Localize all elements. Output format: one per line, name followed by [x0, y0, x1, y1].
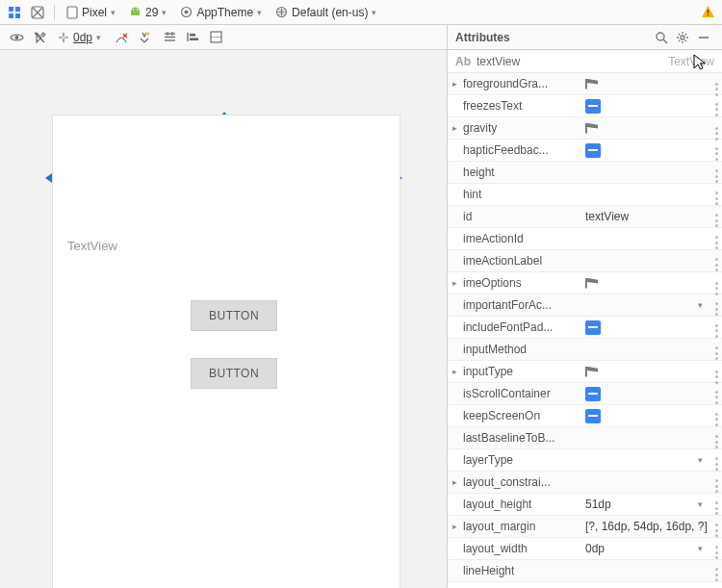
more-icon[interactable]	[715, 302, 718, 316]
theme-selector[interactable]: AppTheme ▾	[174, 2, 268, 23]
more-icon[interactable]	[715, 236, 718, 249]
flag-icon[interactable]	[585, 278, 598, 289]
expander-icon[interactable]: ▸	[448, 123, 461, 133]
attr-value[interactable]	[581, 166, 722, 179]
more-icon[interactable]	[715, 568, 718, 581]
flag-icon[interactable]	[585, 79, 598, 89]
attr-value[interactable]	[581, 564, 722, 577]
attr-row[interactable]: inputMethod	[448, 339, 722, 361]
orientation-icon[interactable]	[27, 2, 48, 23]
more-icon[interactable]	[715, 346, 718, 360]
expander-icon[interactable]: ▸	[448, 79, 461, 89]
more-icon[interactable]	[715, 258, 718, 271]
bool-toggle[interactable]	[585, 143, 601, 158]
dropdown-icon[interactable]: ▾	[698, 300, 703, 310]
attr-value[interactable]	[581, 123, 722, 134]
attr-row[interactable]: ▸layout_margin	[448, 516, 722, 538]
attr-row[interactable]: freezesText	[448, 95, 722, 117]
autoconnect-icon[interactable]	[29, 27, 50, 48]
attr-value[interactable]	[581, 367, 722, 377]
more-icon[interactable]	[715, 169, 718, 183]
locale-selector[interactable]: Default (en-us) ▾	[270, 2, 382, 23]
attr-value[interactable]	[581, 99, 722, 114]
more-icon[interactable]	[715, 524, 718, 537]
attr-row[interactable]: keepScreenOn	[448, 405, 722, 427]
bool-toggle[interactable]	[585, 320, 601, 335]
expander-icon[interactable]: ▸	[448, 477, 461, 487]
dropdown-icon[interactable]: ▾	[698, 544, 703, 553]
more-icon[interactable]	[715, 282, 718, 295]
pack-icon[interactable]	[159, 27, 180, 48]
attr-value[interactable]	[581, 475, 722, 489]
more-icon[interactable]	[715, 546, 718, 559]
design-canvas[interactable]: 54 TextView TextVi	[0, 50, 447, 588]
attr-row[interactable]: ▸inputType	[448, 361, 722, 383]
more-icon[interactable]	[715, 83, 718, 96]
more-icon[interactable]	[715, 371, 718, 384]
flag-icon[interactable]	[585, 367, 598, 377]
attr-value[interactable]	[581, 409, 722, 423]
attr-input[interactable]	[585, 188, 718, 201]
button1[interactable]: BUTTON	[191, 300, 277, 331]
default-margin-selector[interactable]: 0dp ▾	[52, 27, 107, 48]
attr-input[interactable]	[585, 564, 718, 577]
bool-toggle[interactable]	[585, 387, 601, 401]
gear-icon[interactable]	[672, 27, 693, 48]
attr-row[interactable]: hint	[448, 184, 722, 206]
warning-icon[interactable]	[697, 2, 718, 23]
dropdown-icon[interactable]: ▾	[698, 499, 703, 509]
more-icon[interactable]	[715, 457, 718, 471]
button2[interactable]: BUTTON	[191, 358, 277, 389]
attr-value[interactable]: ▾	[581, 298, 722, 312]
attr-row[interactable]: importantForAc...▾	[448, 294, 722, 317]
attr-input[interactable]	[585, 431, 718, 445]
attr-value[interactable]	[581, 232, 722, 245]
more-icon[interactable]	[715, 479, 718, 493]
attr-value[interactable]	[581, 520, 722, 533]
guidelines-icon[interactable]	[205, 27, 226, 48]
attr-value[interactable]: ▾	[581, 498, 722, 511]
more-icon[interactable]	[715, 103, 718, 116]
attr-value[interactable]	[581, 320, 722, 335]
attr-input[interactable]	[585, 475, 718, 489]
attr-row[interactable]: imeActionLabel	[448, 250, 722, 272]
attr-value[interactable]	[581, 387, 722, 401]
attr-input[interactable]	[585, 166, 718, 179]
dropdown-icon[interactable]: ▾	[698, 455, 703, 465]
more-icon[interactable]	[715, 413, 718, 426]
attr-row[interactable]: height	[448, 162, 722, 184]
bool-toggle[interactable]	[585, 99, 601, 114]
view-options-icon[interactable]	[6, 27, 27, 48]
attr-input[interactable]	[585, 254, 718, 268]
attr-value[interactable]	[581, 188, 722, 201]
api-selector[interactable]: 29 ▾	[123, 2, 172, 23]
more-icon[interactable]	[715, 147, 718, 161]
attr-row[interactable]: layout_width▾	[448, 538, 722, 560]
minimize-icon[interactable]	[693, 27, 714, 48]
attr-value[interactable]	[581, 143, 722, 158]
attr-value[interactable]: ▾	[581, 453, 722, 467]
attr-row[interactable]: layerType▾	[448, 449, 722, 472]
clear-constraints-icon[interactable]	[111, 27, 132, 48]
attr-row[interactable]: ▸foregroundGra...	[448, 73, 722, 95]
expander-icon[interactable]: ▸	[448, 522, 461, 531]
attr-input[interactable]	[585, 210, 718, 223]
attr-row[interactable]: layout_height▾	[448, 494, 722, 516]
more-icon[interactable]	[715, 501, 718, 515]
attr-row[interactable]: ▸imeOptions	[448, 272, 722, 294]
more-icon[interactable]	[715, 214, 718, 227]
attr-value[interactable]	[581, 79, 722, 89]
attr-value[interactable]	[581, 278, 722, 289]
expander-icon[interactable]: ▸	[448, 278, 461, 288]
attr-value[interactable]: ▾	[581, 542, 722, 555]
attr-row[interactable]: lineHeight	[448, 560, 722, 582]
more-icon[interactable]	[715, 324, 718, 338]
more-icon[interactable]	[715, 391, 718, 404]
attr-value[interactable]	[581, 254, 722, 268]
more-icon[interactable]	[715, 435, 718, 448]
search-icon[interactable]	[651, 27, 672, 48]
infer-constraints-icon[interactable]	[134, 27, 155, 48]
attr-input[interactable]	[585, 232, 718, 245]
device-selector[interactable]: Pixel ▾	[61, 2, 121, 23]
bool-toggle[interactable]	[585, 409, 601, 423]
